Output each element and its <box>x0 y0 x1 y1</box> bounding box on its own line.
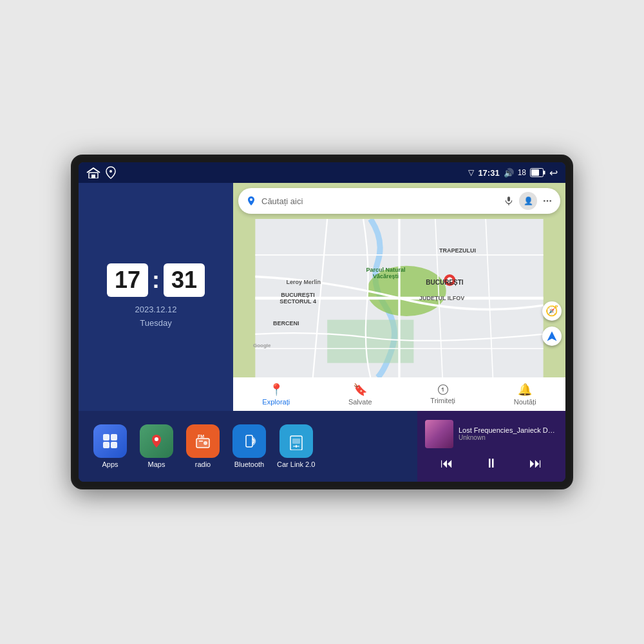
nav-salvate[interactable]: 🔖 Salvate <box>348 383 372 406</box>
app-apps[interactable]: Apps <box>91 424 129 468</box>
album-art-image <box>425 420 453 448</box>
location-nav-icon[interactable] <box>106 166 116 179</box>
play-pause-button[interactable]: ⏸ <box>478 453 504 473</box>
app-bluetooth[interactable]: Bluetooth <box>231 424 268 468</box>
label-parcul: Parcul NaturalVăcărești <box>366 267 405 279</box>
maps-pin-icon <box>246 196 256 206</box>
maps-icon <box>140 424 173 458</box>
svg-point-34 <box>204 441 207 445</box>
label-berceni: BERCENI <box>273 320 299 327</box>
microphone-icon[interactable] <box>504 196 514 206</box>
nav-trimiteti-label: Trimiteți <box>430 397 455 404</box>
bluetooth-label: Bluetooth <box>234 460 264 468</box>
svg-point-2 <box>109 170 112 173</box>
music-controls: ⏮ ⏸ ⏭ <box>425 453 558 473</box>
svg-rect-27 <box>103 434 109 440</box>
signal-icon: ▽ <box>468 168 474 177</box>
music-artist: Unknown <box>459 434 558 441</box>
device: ▽ 17:31 🔊 18 ↩ 17 : 31 <box>71 155 573 489</box>
back-icon[interactable]: ↩ <box>549 167 558 179</box>
radio-icon: FM <box>186 424 220 458</box>
next-button[interactable]: ⏭ <box>523 453 549 473</box>
nav-exploreaza-label: Explorați <box>262 398 290 406</box>
app-carlink[interactable]: Car Link 2.0 <box>277 424 315 468</box>
svg-point-11 <box>549 200 551 202</box>
map-search-bar[interactable]: Căutați aici 👤 <box>238 188 560 214</box>
prev-button[interactable]: ⏮ <box>434 453 460 473</box>
label-trapezului: TRAPEZULUI <box>439 247 476 254</box>
svg-point-31 <box>155 437 158 441</box>
svg-rect-5 <box>544 171 545 175</box>
music-title: Lost Frequencies_Janieck Devy-... <box>459 426 558 434</box>
svg-rect-39 <box>292 439 300 444</box>
svg-rect-29 <box>103 442 109 448</box>
share-icon <box>437 384 449 395</box>
music-player: Lost Frequencies_Janieck Devy-... Unknow… <box>417 411 565 482</box>
app-maps[interactable]: Maps <box>138 424 175 468</box>
svg-rect-7 <box>507 196 510 201</box>
search-placeholder[interactable]: Căutați aici <box>261 196 498 206</box>
compass-button[interactable]: 🧭 <box>542 301 562 321</box>
nav-noutati[interactable]: 🔔 Noutăți <box>514 383 536 406</box>
svg-point-6 <box>250 198 252 201</box>
svg-rect-30 <box>111 442 117 448</box>
svg-rect-41 <box>293 446 299 447</box>
svg-point-9 <box>547 200 549 202</box>
svg-rect-37 <box>246 435 252 447</box>
nav-trimiteti[interactable]: Trimiteți <box>430 384 455 404</box>
carlink-app-icon <box>287 432 305 450</box>
menu-icon[interactable] <box>542 196 553 206</box>
app-radio[interactable]: FM radio <box>184 424 222 468</box>
bottom-section: Apps Maps <box>79 411 565 482</box>
day-value: Tuesday <box>135 317 176 330</box>
date-value: 2023.12.12 <box>135 303 176 317</box>
battery-value: 18 <box>518 168 526 177</box>
map-panel[interactable]: Căutați aici 👤 <box>233 183 565 411</box>
svg-point-10 <box>544 200 545 202</box>
status-time: 17:31 <box>478 168 499 178</box>
news-icon: 🔔 <box>518 383 532 397</box>
date-display: 2023.12.12 Tuesday <box>135 303 176 330</box>
explore-icon: 📍 <box>269 383 283 397</box>
saved-icon: 🔖 <box>353 383 367 397</box>
battery-icon <box>530 168 545 177</box>
apps-icon <box>93 424 127 458</box>
apps-label: Apps <box>102 460 118 468</box>
status-left-icons <box>86 166 116 179</box>
volume-icon: 🔊 <box>504 168 514 178</box>
map-bottom-nav: 📍 Explorați 🔖 Salvate Trimiteți <box>233 377 565 411</box>
radio-app-icon: FM <box>194 432 212 450</box>
clock-widget: 17 : 31 <box>107 263 205 297</box>
map-area[interactable]: TRAPEZULUI BUCUREȘTI JUDEȚUL ILFOV Parcu… <box>233 219 565 377</box>
radio-label: radio <box>195 460 211 468</box>
svg-rect-1 <box>91 175 95 178</box>
status-right-icons: ▽ 17:31 🔊 18 ↩ <box>468 167 558 179</box>
label-ilfov: JUDEȚUL ILFOV <box>419 295 464 301</box>
bluetooth-app-icon <box>240 432 258 450</box>
apps-grid-icon <box>101 432 119 450</box>
nav-exploreaza[interactable]: 📍 Explorați <box>262 383 290 406</box>
label-sector4: BUCUREȘTISECTORUL 4 <box>279 292 316 305</box>
user-avatar[interactable]: 👤 <box>519 192 537 210</box>
home-icon[interactable] <box>86 167 100 178</box>
svg-text:FM: FM <box>198 434 204 439</box>
svg-rect-4 <box>531 169 539 176</box>
nav-noutati-label: Noutăți <box>514 398 536 406</box>
apps-bar: Apps Maps <box>79 411 417 482</box>
screen: ▽ 17:31 🔊 18 ↩ 17 : 31 <box>79 162 565 482</box>
clock-minutes: 31 <box>164 263 205 297</box>
music-info: Lost Frequencies_Janieck Devy-... Unknow… <box>425 420 558 448</box>
album-art <box>425 420 453 448</box>
maps-app-icon <box>147 432 166 450</box>
status-bar: ▽ 17:31 🔊 18 ↩ <box>79 162 565 183</box>
nav-salvate-label: Salvate <box>348 398 372 406</box>
label-bucuresti: BUCUREȘTI <box>426 279 463 286</box>
carlink-icon-bg <box>279 424 313 458</box>
label-leroy: Leroy Merlin <box>287 279 321 285</box>
clock-panel: 17 : 31 2023.12.12 Tuesday <box>79 183 233 411</box>
svg-rect-28 <box>111 434 117 440</box>
clock-hours: 17 <box>107 263 148 297</box>
main-content: 17 : 31 2023.12.12 Tuesday Căutați <box>79 183 565 411</box>
maps-label: Maps <box>148 460 166 468</box>
label-google: Google <box>253 343 271 348</box>
